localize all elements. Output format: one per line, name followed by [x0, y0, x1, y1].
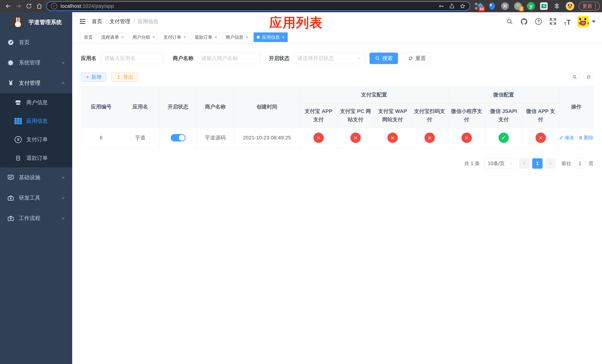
yuan-icon: ¥: [7, 80, 15, 86]
chevron-right-icon: [548, 161, 553, 166]
tab-app-info[interactable]: 应用信息×: [254, 32, 288, 42]
close-icon[interactable]: ×: [183, 35, 186, 40]
sidebar-item-pay-order[interactable]: ¥ 支付订单: [0, 130, 72, 149]
top-navbar: 首页 / 支付管理 / 应用信息 ? TT: [72, 12, 602, 31]
close-icon[interactable]: ×: [215, 35, 217, 40]
sidebar-item-home[interactable]: 首页: [0, 32, 72, 53]
url-text: localhost:1024/pay/app: [61, 3, 114, 9]
alipay-app-status-icon: [313, 133, 324, 143]
sidebar-item-merchant-info[interactable]: 商户信息: [0, 93, 72, 112]
tab-home[interactable]: 首页: [81, 32, 96, 42]
address-bar[interactable]: i localhost:1024/pay/app: [46, 1, 470, 11]
page-number-1[interactable]: 1: [532, 158, 543, 169]
sidebar-item-dev-tools[interactable]: 研发工具: [0, 188, 72, 208]
search-icon[interactable]: [505, 17, 514, 26]
open-status-select[interactable]: 请选择开启状态: [294, 53, 365, 64]
browser-home-icon[interactable]: [34, 1, 44, 11]
close-icon[interactable]: ×: [246, 35, 248, 40]
extension-translate-icon[interactable]: [540, 2, 548, 10]
chevron-down-icon: [61, 175, 65, 180]
close-icon[interactable]: ×: [121, 35, 124, 40]
add-button[interactable]: + 新增: [81, 72, 107, 82]
payment-submenu: 商户信息 应用信息 ¥ 支付订单 退款订单: [0, 93, 72, 167]
sidebar-collapse-icon[interactable]: [79, 18, 86, 25]
extension-recorder-icon[interactable]: 1: [514, 2, 522, 10]
sidebar-item-app-info[interactable]: 应用信息: [0, 112, 72, 130]
total-count: 共 1 条: [464, 160, 480, 167]
edit-pencil-icon: [559, 136, 563, 140]
github-icon[interactable]: [520, 17, 528, 26]
annotation-title: 应用列表: [269, 14, 323, 32]
sidebar-item-payment[interactable]: ¥ 支付管理: [0, 73, 72, 93]
alipay-pc-status-icon: [350, 133, 361, 143]
password-key-icon[interactable]: [438, 3, 444, 9]
status-toggle[interactable]: [171, 134, 185, 141]
sidebar-item-infrastructure[interactable]: 基础设施: [0, 167, 72, 188]
goto-label: 前往: [561, 160, 571, 167]
user-avatar[interactable]: [577, 16, 595, 27]
breadcrumb-current: 应用信息: [138, 18, 159, 25]
extension-badge-1: 1: [519, 6, 524, 11]
wechat-jsapi-status-icon: [498, 133, 509, 143]
browser-back-icon[interactable]: [3, 1, 13, 11]
tab-user-group[interactable]: 用户分组×: [129, 32, 158, 42]
share-icon[interactable]: [449, 3, 455, 9]
tab-refund-order[interactable]: 退款订单×: [191, 32, 220, 42]
help-icon[interactable]: ?: [534, 17, 543, 26]
plus-icon: +: [86, 74, 89, 80]
app-logo[interactable]: 芋道管理系统: [0, 12, 72, 32]
app-name-input[interactable]: [100, 53, 163, 64]
next-page-button[interactable]: [545, 158, 556, 169]
dashboard-icon: [7, 39, 15, 46]
close-icon[interactable]: ×: [282, 35, 285, 40]
col-wechat-mini: 微信小程序支付: [448, 104, 485, 128]
sidebar-item-system[interactable]: 系统管理: [0, 53, 72, 73]
goto-page-input[interactable]: [574, 158, 586, 169]
site-info-icon[interactable]: i: [51, 3, 57, 9]
fullscreen-icon[interactable]: [548, 17, 557, 26]
col-wechat-jsapi: 微信 JSAPI 支付: [485, 104, 522, 128]
table-row: 6 芋道 芋道源码 2021-10-23 08:49:25: [81, 128, 593, 148]
briefcase-icon: [7, 215, 15, 222]
browser-forward-icon[interactable]: [13, 1, 24, 11]
breadcrumb-home[interactable]: 首页: [92, 18, 102, 25]
tab-merchant-info[interactable]: 商户信息×: [223, 32, 251, 42]
extension-y-icon[interactable]: y: [527, 2, 535, 10]
reset-button[interactable]: 重置: [403, 53, 431, 64]
sidebar-item-workflow[interactable]: 工作流程: [0, 208, 72, 228]
bookmark-star-icon[interactable]: [460, 3, 466, 9]
refresh-icon: [586, 75, 591, 79]
briefcase-icon: [7, 194, 15, 202]
close-icon[interactable]: ×: [152, 35, 155, 40]
breadcrumb-section[interactable]: 支付管理: [110, 18, 130, 25]
breadcrumb: 首页 / 支付管理 / 应用信息: [92, 18, 159, 25]
show-search-toggle-button[interactable]: [570, 72, 580, 82]
cell-app-name: 芋道: [121, 128, 159, 148]
chevron-down-icon: [509, 161, 513, 166]
edit-link[interactable]: 修改: [559, 134, 574, 141]
delete-link[interactable]: 删除: [578, 134, 593, 141]
extensions-puzzle-icon[interactable]: [553, 2, 561, 10]
export-button[interactable]: 导出: [111, 72, 138, 82]
browser-reload-icon[interactable]: [24, 1, 34, 11]
page-size-select[interactable]: 10条/页: [484, 158, 517, 169]
profile-emoji-avatar[interactable]: [566, 2, 574, 10]
merchant-name-input[interactable]: [197, 53, 260, 64]
browser-menu-icon[interactable]: [595, 3, 596, 9]
search-button[interactable]: 搜索: [369, 53, 398, 64]
tab-pay-order[interactable]: 支付订单×: [160, 32, 189, 42]
sidebar-item-refund-order[interactable]: 退款订单: [0, 149, 72, 167]
extension-diamond-icon[interactable]: 10: [475, 2, 483, 10]
merchant-name-label: 商户名称: [173, 55, 194, 62]
cell-create-time: 2021-10-23 08:49:25: [234, 128, 300, 148]
prev-page-button[interactable]: [519, 158, 530, 169]
font-size-icon[interactable]: TT: [563, 17, 572, 26]
browser-chrome: i localhost:1024/pay/app 10 ⌘ 1 y 更新: [0, 0, 602, 12]
browser-update-button[interactable]: 更新: [579, 2, 600, 11]
col-alipay-wap: 支付宝 WAP 网站支付: [374, 104, 411, 128]
tab-process-form[interactable]: 流程表单×: [98, 32, 127, 42]
extension-balloon-icon[interactable]: [488, 2, 496, 10]
extension-command-icon[interactable]: ⌘: [501, 2, 509, 10]
col-group-wechat: 微信配置: [448, 86, 559, 104]
refresh-button[interactable]: [584, 72, 593, 82]
